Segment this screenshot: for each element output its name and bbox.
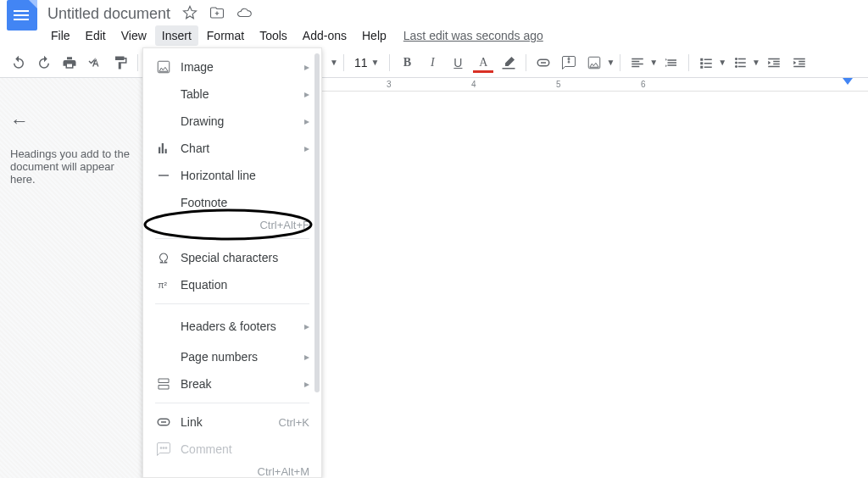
toolbar: ▼ 11 ▼ B I U A ▼ ▼ ▼ ▼ (0, 47, 868, 78)
highlight-button[interactable] (497, 51, 520, 75)
font-size-field[interactable]: 11 ▼ (349, 56, 384, 69)
submenu-arrow-icon: ▸ (304, 320, 309, 332)
last-edit-link[interactable]: Last edit was seconds ago (403, 29, 543, 42)
chevron-down-icon[interactable]: ▼ (718, 58, 726, 67)
menu-label: Comment (181, 442, 309, 456)
toolbar-separator (620, 54, 620, 71)
image-icon (155, 59, 172, 75)
insert-headers-footers[interactable]: Headers & footers ▸ (143, 309, 321, 343)
menu-insert[interactable]: Insert (155, 25, 198, 46)
menu-edit[interactable]: Edit (79, 25, 113, 46)
toolbar-separator (688, 54, 689, 71)
docs-logo[interactable] (7, 0, 37, 31)
insert-equation[interactable]: π² Equation (143, 271, 321, 298)
insert-special-characters[interactable]: Special characters (143, 244, 321, 271)
chevron-down-icon[interactable]: ▼ (606, 58, 615, 67)
shortcut-text: Ctrl+Alt+F (259, 219, 309, 231)
chevron-down-icon: ▼ (370, 58, 379, 67)
menu-label: Image (181, 60, 304, 74)
menu-label: Break (181, 377, 304, 391)
menu-label: Chart (181, 142, 304, 155)
ruler-tick: 6 (641, 80, 646, 89)
move-icon[interactable] (209, 5, 225, 23)
menu-tools[interactable]: Tools (253, 25, 294, 46)
insert-break[interactable]: Break ▸ (143, 370, 321, 397)
spellcheck-button[interactable] (83, 51, 107, 75)
bulleted-list-button[interactable] (728, 51, 752, 75)
print-button[interactable] (58, 51, 81, 75)
insert-footnote[interactable]: Footnote (143, 189, 321, 216)
menu-label: Drawing (181, 114, 304, 128)
menu-file[interactable]: File (44, 25, 77, 46)
ruler-tick: 3 (387, 80, 392, 89)
doc-title[interactable]: Untitled document (42, 5, 170, 23)
insert-chart[interactable]: Chart ▸ (143, 135, 321, 162)
toolbar-separator (137, 54, 138, 71)
insert-link-button[interactable] (531, 51, 555, 75)
menu-format[interactable]: Format (200, 25, 251, 46)
submenu-arrow-icon: ▸ (304, 115, 309, 127)
align-button[interactable] (626, 51, 649, 75)
toolbar-separator (389, 54, 390, 71)
menu-label: Footnote (181, 196, 309, 209)
submenu-arrow-icon: ▸ (304, 351, 309, 363)
underline-button[interactable]: U (446, 51, 470, 75)
shortcut-text: Ctrl+K (279, 416, 309, 429)
chevron-down-icon[interactable]: ▼ (752, 58, 760, 67)
font-size-value: 11 (354, 56, 368, 69)
undo-button[interactable] (7, 51, 31, 75)
menu-addons[interactable]: Add-ons (296, 25, 353, 46)
submenu-arrow-icon: ▸ (304, 142, 309, 154)
shortcut-text: Ctrl+Alt+M (258, 465, 309, 478)
bold-button[interactable]: B (395, 51, 419, 75)
break-icon (155, 376, 172, 392)
menu-label: Link (181, 415, 279, 429)
comment-shortcut: Ctrl+Alt+M (143, 463, 321, 478)
outline-panel: ← Headings you add to the document will … (0, 78, 144, 478)
menu-label: Special characters (181, 251, 309, 264)
menu-view[interactable]: View (114, 25, 153, 46)
italic-button[interactable]: I (420, 51, 444, 75)
star-icon[interactable] (182, 5, 198, 23)
insert-comment-button[interactable] (557, 51, 581, 75)
increase-indent-button[interactable] (787, 51, 811, 75)
chevron-down-icon[interactable]: ▼ (649, 58, 658, 67)
menubar: File Edit View Insert Format Tools Add-o… (0, 24, 868, 47)
menu-separator (155, 403, 309, 403)
cloud-status-icon[interactable] (236, 5, 252, 23)
style-caret-icon[interactable]: ▼ (330, 58, 338, 67)
ruler-right-marker[interactable] (843, 78, 853, 85)
menu-label: Horizontal line (181, 169, 309, 182)
menu-label: Table (181, 87, 304, 101)
menu-label: Headers & footers (181, 320, 304, 333)
insert-horizontal-line[interactable]: Horizontal line (143, 162, 321, 189)
paint-format-button[interactable] (108, 51, 132, 75)
outline-back-button[interactable]: ← (10, 110, 134, 132)
insert-link[interactable]: Link Ctrl+K (143, 409, 321, 436)
menu-help[interactable]: Help (355, 25, 393, 46)
menu-label: Page numbers (181, 350, 304, 364)
menu-label: Equation (181, 278, 309, 292)
insert-table[interactable]: Table ▸ (143, 81, 321, 108)
line-spacing-button[interactable] (659, 51, 683, 75)
insert-page-numbers[interactable]: Page numbers ▸ (143, 343, 321, 370)
outline-hint: Headings you add to the document will ap… (10, 147, 134, 186)
insert-image-button[interactable] (582, 51, 606, 75)
menu-separator (155, 238, 309, 239)
comment-icon (155, 442, 172, 457)
insert-image[interactable]: Image ▸ (143, 53, 321, 81)
submenu-arrow-icon: ▸ (304, 378, 309, 390)
omega-icon (155, 250, 172, 265)
submenu-arrow-icon: ▸ (304, 61, 309, 73)
text-color-button[interactable]: A (471, 51, 495, 75)
insert-drawing[interactable]: Drawing ▸ (143, 108, 321, 135)
ruler-tick: 5 (556, 80, 561, 89)
horizontal-line-icon (155, 168, 172, 183)
submenu-arrow-icon: ▸ (304, 88, 309, 100)
toolbar-separator (526, 54, 526, 71)
redo-button[interactable] (32, 51, 56, 75)
insert-comment: Comment (143, 436, 321, 463)
footnote-shortcut: Ctrl+Alt+F (143, 216, 321, 233)
checklist-button[interactable] (694, 51, 718, 75)
decrease-indent-button[interactable] (762, 51, 786, 75)
